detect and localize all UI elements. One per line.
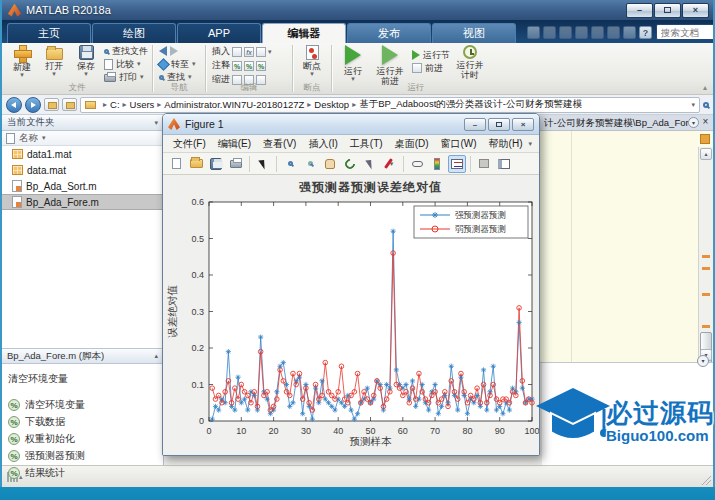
goto-button[interactable]: 转至 ▾ <box>159 58 196 70</box>
rotate-3d-icon[interactable] <box>341 155 359 173</box>
qat-undo-icon[interactable] <box>591 26 604 39</box>
wrap-comment-icon[interactable]: % <box>256 61 266 71</box>
document-list-icon[interactable]: ▾ <box>688 117 699 128</box>
link-plot-icon[interactable] <box>408 155 426 173</box>
menu-desktop[interactable]: 桌面(D) <box>389 137 435 151</box>
section-item[interactable]: % 下载数据 <box>8 413 157 430</box>
code-analyzer-indicator[interactable] <box>700 134 710 144</box>
menu-help[interactable]: 帮助(H) <box>483 137 529 151</box>
doc-search-box[interactable] <box>656 24 715 40</box>
browse-folder-button[interactable] <box>62 98 77 111</box>
file-list-header[interactable]: 名称 ▾ <box>2 131 163 146</box>
insert-section-icon[interactable] <box>232 47 242 57</box>
hide-plot-tools-icon[interactable] <box>475 155 493 173</box>
insert-function-icon[interactable]: fx <box>244 47 254 57</box>
doc-search-input[interactable] <box>661 27 715 38</box>
find-files-button[interactable]: 查找文件 <box>104 45 148 57</box>
file-row-data1[interactable]: data1.mat <box>2 146 163 162</box>
path-dropdown-icon[interactable]: ▾ <box>691 101 695 109</box>
new-figure-icon[interactable] <box>167 155 185 173</box>
figure-canvas[interactable]: 010203040506070809010000.10.20.30.40.50.… <box>163 176 539 455</box>
breadcrumb-segment[interactable]: 基于BP_Adaboost的强分类器设计-公司财务预警建模 <box>359 98 582 111</box>
file-row-fore-selected[interactable]: Bp_Ada_Fore.m <box>2 194 163 210</box>
section-item[interactable]: % 权重初始化 <box>8 430 157 447</box>
data-cursor-icon[interactable] <box>361 155 379 173</box>
brush-data-icon[interactable]: ▾ <box>381 155 399 173</box>
tab-publish[interactable]: 发布 <box>347 23 431 43</box>
menu-insert[interactable]: 插入(I) <box>302 137 343 151</box>
uncomment-icon[interactable]: % <box>244 61 254 71</box>
breadcrumb-segment[interactable]: Administrator.WIN7U-20180127Z <box>164 99 304 110</box>
insert-row[interactable]: 插入 fx ▾ <box>212 45 272 58</box>
section-item[interactable]: % 结果统计 <box>8 464 157 481</box>
breadcrumb-segment[interactable]: Desktop <box>314 99 349 110</box>
back-arrow-icon[interactable] <box>159 46 167 56</box>
show-plot-tools-icon[interactable] <box>495 155 513 173</box>
tab-editor[interactable]: 编辑器 <box>262 23 346 43</box>
save-figure-icon[interactable] <box>207 155 225 173</box>
forward-arrow-icon[interactable] <box>170 46 178 56</box>
menu-view[interactable]: 查看(V) <box>257 137 302 151</box>
run-advance-button[interactable]: 运行并前进 <box>371 45 409 86</box>
run-section-button[interactable]: 运行节 <box>412 49 450 61</box>
file-row-data[interactable]: data.mat <box>2 162 163 178</box>
resize-grip[interactable] <box>701 475 711 485</box>
qat-paste-icon[interactable] <box>575 26 588 39</box>
details-collapse-icon[interactable]: ▴ <box>154 353 158 359</box>
comment-icon[interactable]: % <box>232 61 242 71</box>
zoom-out-icon[interactable] <box>301 155 319 173</box>
menu-window[interactable]: 窗口(W) <box>435 137 483 151</box>
section-item[interactable]: % 清空环境变量 <box>8 396 157 413</box>
analyzer-marker[interactable] <box>702 267 710 270</box>
run-button[interactable]: 运行 ▾ <box>337 45 369 82</box>
breakpoints-button[interactable]: 断点 ▾ <box>298 45 326 77</box>
details-panel-header[interactable]: Bp_Ada_Fore.m (脚本) ▴ <box>2 348 163 364</box>
tab-home[interactable]: 主页 <box>7 23 91 43</box>
qat-cut-icon[interactable] <box>543 26 556 39</box>
nav-back-button[interactable] <box>6 97 22 113</box>
folder-search-icon[interactable] <box>703 102 709 108</box>
maximize-button[interactable] <box>654 3 681 18</box>
close-button[interactable]: × <box>682 3 709 18</box>
figure-titlebar[interactable]: Figure 1 – × <box>163 114 539 135</box>
qat-redo-icon[interactable] <box>607 26 620 39</box>
figure-window[interactable]: Figure 1 – × 文件(F) 编辑(E) 查看(V) 插入(I) 工具(… <box>162 113 540 456</box>
save-button[interactable]: 保存 ▾ <box>71 45 101 77</box>
new-button[interactable]: 新建 ▾ <box>7 45 37 78</box>
file-row-sort[interactable]: Bp_Ada_Sort.m <box>2 178 163 194</box>
section-item[interactable]: % 强预测器预测 <box>8 447 157 464</box>
edit-plot-icon[interactable] <box>254 155 272 173</box>
menu-file[interactable]: 文件(F) <box>167 137 212 151</box>
breadcrumb-segment[interactable]: C: <box>110 99 120 110</box>
folder-up-button[interactable] <box>44 98 59 111</box>
open-file-icon[interactable] <box>187 155 205 173</box>
open-button[interactable]: 打开 ▾ <box>39 45 69 77</box>
figure-minimize-button[interactable]: – <box>464 118 486 131</box>
tab-apps[interactable]: APP <box>177 23 261 43</box>
menubar-overflow-icon[interactable]: ▾ <box>528 140 535 148</box>
qat-save-icon[interactable] <box>527 26 540 39</box>
qat-help-icon[interactable]: ? <box>639 26 652 39</box>
panel-menu-icon[interactable]: ▾ <box>154 120 158 126</box>
editor-tab-label[interactable]: 计-公司财务预警建模\Bp_Ada_Fore.m <box>544 117 689 130</box>
advance-button[interactable]: 前进 <box>412 62 450 74</box>
qat-copy-icon[interactable] <box>559 26 572 39</box>
nav-arrows[interactable] <box>159 45 196 57</box>
print-figure-icon[interactable] <box>227 155 245 173</box>
minimize-button[interactable]: – <box>626 3 653 18</box>
tab-plots[interactable]: 绘图 <box>92 23 176 43</box>
editor-scrollbar[interactable]: ▴ ▾ <box>698 147 713 362</box>
menu-edit[interactable]: 编辑(E) <box>212 137 257 151</box>
breadcrumb-segment[interactable]: Users <box>130 99 155 110</box>
comment-row[interactable]: 注释 % % % <box>212 59 272 72</box>
figure-maximize-button[interactable] <box>488 118 510 131</box>
figure-close-button[interactable]: × <box>512 118 534 131</box>
compare-button[interactable]: 比较 ▾ <box>104 58 148 70</box>
run-time-button[interactable]: 运行并计时 <box>451 45 489 80</box>
analyzer-marker[interactable] <box>702 325 710 328</box>
insert-image-icon[interactable] <box>256 47 266 57</box>
nav-forward-button[interactable] <box>25 97 41 113</box>
scroll-up-icon[interactable]: ▴ <box>700 148 712 160</box>
pane-menu-icon[interactable]: ▾ <box>697 355 709 367</box>
pan-icon[interactable] <box>321 155 339 173</box>
